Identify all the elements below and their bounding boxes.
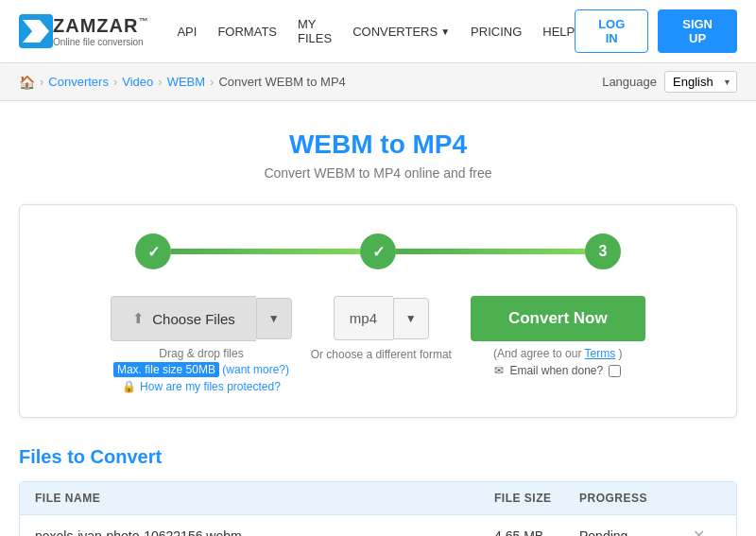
language-label: Language bbox=[602, 75, 657, 89]
file-name: pexels-ivan-photo-10622156.webm bbox=[35, 528, 494, 537]
terms-link[interactable]: Terms bbox=[585, 347, 616, 360]
table-row: pexels-ivan-photo-10622156.webm 4.65 MB … bbox=[20, 515, 736, 536]
logo-brand: ZAMZAR™ bbox=[53, 15, 148, 37]
email-icon: ✉ bbox=[494, 364, 504, 377]
language-selector[interactable]: English French German Spanish bbox=[664, 71, 737, 93]
breadcrumb-converters[interactable]: Converters bbox=[48, 75, 109, 89]
header-actions: LOG IN SIGN UP bbox=[575, 9, 737, 53]
breadcrumb-current: Convert WEBM to MP4 bbox=[218, 75, 345, 89]
format-dropdown[interactable]: ▼ bbox=[393, 298, 429, 339]
actions-row: ⬆ Choose Files ▼ Drag & drop files Max. … bbox=[58, 296, 698, 393]
language-area: Language English French German Spanish bbox=[602, 71, 737, 93]
logo: ZAMZAR™ Online file conversion bbox=[19, 14, 148, 48]
header: ZAMZAR™ Online file conversion API FORMA… bbox=[0, 0, 756, 63]
col-header-progress: PROGRESS bbox=[579, 492, 693, 505]
nav-formats[interactable]: FORMATS bbox=[217, 25, 277, 39]
converter-box: ✓ ✓ 3 ⬆ Choose Files ▼ Drag & drop files… bbox=[19, 204, 737, 418]
step-line-1 bbox=[171, 249, 360, 254]
file-progress: Pending bbox=[579, 528, 693, 537]
logo-text: ZAMZAR™ Online file conversion bbox=[53, 15, 148, 47]
file-size: 4.65 MB bbox=[494, 528, 579, 537]
email-when-done-checkbox[interactable] bbox=[609, 365, 621, 377]
page-subtitle: Convert WEBM to MP4 online and free bbox=[19, 165, 737, 181]
remove-file-button[interactable]: ✕ bbox=[693, 527, 705, 536]
protected-link[interactable]: 🔒 How are my files protected? bbox=[122, 380, 281, 393]
files-section: Files to Convert FILE NAME FILE SIZE PRO… bbox=[19, 446, 737, 536]
choose-files-group: ⬆ Choose Files ▼ bbox=[111, 296, 291, 341]
breadcrumb-video[interactable]: Video bbox=[122, 75, 153, 89]
lock-icon: 🔒 bbox=[122, 380, 136, 393]
choose-files-area: ⬆ Choose Files ▼ Drag & drop files Max. … bbox=[111, 296, 291, 393]
breadcrumb-webm[interactable]: WEBM bbox=[167, 75, 205, 89]
page-title: WEBM to MP4 bbox=[19, 130, 737, 160]
nav-my-files[interactable]: MY FILES bbox=[298, 17, 332, 45]
converters-chevron-icon: ▼ bbox=[440, 26, 450, 37]
format-hint: Or choose a different format bbox=[311, 348, 452, 361]
format-group: mp4 avi mkv mov ▼ bbox=[334, 296, 429, 340]
convert-now-button[interactable]: Convert Now bbox=[471, 296, 645, 341]
step-line-2 bbox=[396, 249, 585, 254]
signup-button[interactable]: SIGN UP bbox=[658, 9, 737, 53]
files-table-header: FILE NAME FILE SIZE PROGRESS bbox=[20, 482, 736, 515]
col-header-name: FILE NAME bbox=[35, 492, 494, 505]
files-title-highlight: Convert bbox=[91, 446, 163, 467]
email-when-done-label: Email when done? bbox=[509, 364, 603, 377]
main-nav: API FORMATS MY FILES CONVERTERS ▼ PRICIN… bbox=[177, 17, 575, 45]
files-title: Files to Convert bbox=[19, 446, 737, 468]
agree-text: (And agree to our Terms ) bbox=[493, 347, 623, 360]
zamzar-logo-icon bbox=[19, 14, 53, 48]
upload-icon: ⬆ bbox=[132, 310, 145, 327]
nav-converters[interactable]: CONVERTERS ▼ bbox=[352, 25, 450, 39]
breadcrumb: 🏠 › Converters › Video › WEBM › Convert … bbox=[19, 75, 346, 90]
nav-api[interactable]: API bbox=[177, 25, 197, 39]
steps-progress: ✓ ✓ 3 bbox=[58, 233, 698, 269]
logo-sub: Online file conversion bbox=[53, 37, 148, 47]
want-more-link[interactable]: (want more?) bbox=[222, 363, 289, 376]
col-header-size: FILE SIZE bbox=[494, 492, 579, 505]
convert-area: Convert Now (And agree to our Terms ) ✉ … bbox=[471, 296, 645, 377]
max-size-info: Max. file size 50MB (want more?) bbox=[113, 363, 289, 376]
nav-help[interactable]: HELP bbox=[542, 25, 575, 39]
max-size-value: Max. file size 50MB bbox=[113, 362, 219, 377]
format-select[interactable]: mp4 avi mkv mov bbox=[334, 296, 393, 340]
choose-files-button[interactable]: ⬆ Choose Files bbox=[111, 296, 256, 341]
step-2: ✓ bbox=[360, 233, 396, 269]
home-icon[interactable]: 🏠 bbox=[19, 75, 35, 90]
breadcrumb-bar: 🏠 › Converters › Video › WEBM › Convert … bbox=[0, 63, 756, 101]
nav-pricing[interactable]: PRICING bbox=[471, 25, 522, 39]
main-content: WEBM to MP4 Convert WEBM to MP4 online a… bbox=[0, 101, 756, 536]
email-row: ✉ Email when done? bbox=[494, 364, 621, 377]
drag-drop-text: Drag & drop files bbox=[159, 347, 243, 360]
format-area: mp4 avi mkv mov ▼ Or choose a different … bbox=[311, 296, 452, 361]
step-1: ✓ bbox=[135, 233, 171, 269]
files-table: FILE NAME FILE SIZE PROGRESS pexels-ivan… bbox=[19, 481, 737, 536]
login-button[interactable]: LOG IN bbox=[575, 9, 648, 53]
choose-files-dropdown[interactable]: ▼ bbox=[256, 298, 292, 339]
language-select[interactable]: English French German Spanish bbox=[664, 71, 737, 93]
step-3: 3 bbox=[585, 233, 621, 269]
